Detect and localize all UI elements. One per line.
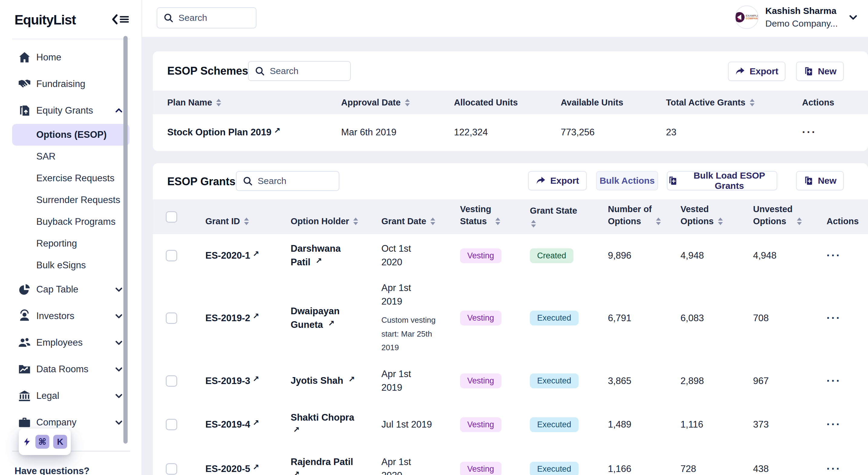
global-search-input[interactable] [179, 13, 250, 23]
select-all-checkbox[interactable] [166, 211, 177, 223]
plan-name-cell[interactable]: Stock Option Plan 2019 ↗ [167, 114, 341, 150]
vesting-status-badge: Vesting [460, 417, 501, 432]
grant-id-cell[interactable]: ES-2019-4 ↗ [205, 403, 291, 446]
table-row: ES-2020-5 ↗ Rajendra Patil ↗ Apr 1st 202… [153, 446, 868, 475]
option-holder-cell[interactable]: Shakti Chopra ↗ [291, 403, 381, 446]
schemes-search [248, 61, 351, 81]
user-menu[interactable]: EXAMPLE COMPANY Kashish Sharma Demo Comp… [735, 5, 858, 29]
schemes-search-input[interactable] [270, 66, 344, 76]
grants-search-input[interactable] [258, 176, 333, 186]
sidebar-item-buyback-programs[interactable]: Buyback Programs [0, 211, 136, 233]
search-icon [255, 66, 265, 76]
schemes-new-button[interactable]: New [796, 62, 844, 81]
column-header-grant-state[interactable]: Grant State [530, 199, 608, 234]
row-actions-button[interactable]: ··· [827, 403, 866, 446]
sidebar-item-surrender-requests[interactable]: Surrender Requests [0, 189, 136, 211]
vesting-status-badge: Vesting [460, 248, 501, 263]
grant-id-cell[interactable]: ES-2020-1 ↗ [205, 234, 291, 277]
button-label: New [818, 175, 837, 186]
table-row: ES-2019-3 ↗ Jyotis Shah ↗ Apr 1st 2019 V… [153, 359, 868, 403]
option-holder-cell[interactable]: Rajendra Patil ↗ [291, 446, 381, 475]
chevron-down-icon [848, 12, 858, 22]
column-header-grant-id[interactable]: Grant ID [205, 199, 291, 234]
column-header-option-holder[interactable]: Option Holder [291, 199, 381, 234]
investor-icon [18, 309, 31, 323]
have-questions-link[interactable]: Have questions? [14, 466, 90, 475]
hamburger-icon [119, 14, 129, 26]
sidebar-item-legal[interactable]: Legal [0, 382, 136, 409]
row-checkbox[interactable] [166, 312, 177, 324]
sidebar-collapse-button[interactable] [111, 14, 129, 26]
sidebar-nav: Home Fundraising Equity Grants Options (… [0, 44, 136, 436]
sidebar-item-exercise-requests[interactable]: Exercise Requests [0, 167, 136, 189]
sidebar-item-bulk-esigns[interactable]: Bulk eSigns [0, 255, 136, 276]
sidebar-item-reporting[interactable]: Reporting [0, 233, 136, 255]
sidebar-item-options-esop[interactable]: Options (ESOP) [12, 124, 129, 146]
column-header-grant-date[interactable]: Grant Date [381, 199, 460, 234]
schemes-export-button[interactable]: Export [728, 62, 785, 81]
unvested-options-cell: 967 [753, 359, 827, 403]
option-holder-cell[interactable]: Dwaipayan Guneta ↗ [291, 277, 381, 359]
number-of-options-cell: 3,865 [608, 359, 681, 403]
row-checkbox[interactable] [166, 250, 177, 261]
grants-export-button[interactable]: Export [528, 171, 587, 190]
external-link-icon: ↗ [274, 126, 281, 135]
column-header-unvested-options[interactable]: Unvested Options [753, 199, 827, 234]
unvested-options-cell: 4,948 [753, 234, 827, 277]
grant-id-cell[interactable]: ES-2020-5 ↗ [205, 446, 291, 475]
option-holder-cell[interactable]: Jyotis Shah ↗ [291, 359, 381, 403]
sidebar-item-label: Legal [36, 391, 59, 401]
cmd-key: ⌘ [35, 435, 49, 449]
row-actions-button[interactable]: ··· [827, 234, 866, 277]
grants-new-button[interactable]: New [796, 171, 844, 190]
vested-options-cell: 2,898 [681, 359, 753, 403]
number-of-options-cell: 6,791 [608, 277, 681, 359]
row-checkbox[interactable] [166, 375, 177, 387]
sidebar-item-sar[interactable]: SAR [0, 146, 136, 167]
sidebar-item-fundraising[interactable]: Fundraising [0, 71, 136, 97]
sidebar-item-home[interactable]: Home [0, 44, 136, 71]
total-active-grants-cell: 23 [666, 114, 802, 150]
esop-grants-card: ESOP Grants Export Bulk Actions Bulk Loa… [153, 163, 868, 475]
sidebar-scrollbar[interactable] [123, 36, 128, 444]
external-link-icon: ↗ [252, 418, 259, 428]
sidebar-item-investors[interactable]: Investors [0, 303, 136, 329]
shortcut-hint: ⌘ K [19, 429, 71, 455]
sidebar-item-label: Reporting [36, 238, 77, 249]
column-header-approval-date[interactable]: Approval Date [341, 91, 454, 114]
app-logo: EquityList [14, 12, 76, 28]
column-header-total-active-grants[interactable]: Total Active Grants [666, 91, 802, 114]
user-name: Kashish Sharma [765, 6, 838, 16]
row-checkbox[interactable] [166, 419, 177, 430]
grant-id-cell[interactable]: ES-2019-3 ↗ [205, 359, 291, 403]
row-actions-button[interactable]: ··· [827, 359, 866, 403]
sidebar-item-label: Equity Grants [36, 105, 93, 116]
row-checkbox[interactable] [166, 463, 177, 475]
lightning-bolt-icon [22, 436, 31, 447]
divider [12, 39, 130, 39]
esop-schemes-title: ESOP Schemes [167, 65, 248, 77]
bulk-actions-button[interactable]: Bulk Actions [596, 171, 658, 190]
column-header-number-of-options[interactable]: Number of Options [608, 199, 681, 234]
column-header-plan-name[interactable]: Plan Name [167, 91, 341, 114]
table-row: ES-2019-4 ↗ Shakti Chopra ↗ Jul 1st 2019… [153, 403, 868, 446]
grant-state-badge: Executed [530, 417, 579, 432]
external-link-icon: ↗ [293, 470, 300, 475]
number-of-options-cell: 9,896 [608, 234, 681, 277]
row-actions-button[interactable]: ··· [827, 277, 866, 359]
button-label: Bulk Actions [599, 175, 654, 186]
grant-date-cell: Apr 1st 2020 [381, 446, 460, 475]
grant-id-cell[interactable]: ES-2019-2 ↗ [205, 277, 291, 359]
grants-search [236, 171, 339, 191]
sidebar-item-employees[interactable]: Employees [0, 329, 136, 356]
row-actions-button[interactable]: ··· [802, 114, 863, 150]
row-actions-button[interactable]: ··· [827, 446, 866, 475]
sidebar-item-data-rooms[interactable]: Data Rooms [0, 356, 136, 382]
sidebar-item-cap-table[interactable]: Cap Table [0, 276, 136, 303]
column-header-vested-options[interactable]: Vested Options [681, 199, 753, 234]
bulk-load-esop-grants-button[interactable]: Bulk Load ESOP Grants [667, 171, 777, 190]
sort-icon [353, 217, 358, 225]
sidebar-item-equity-grants[interactable]: Equity Grants [0, 97, 136, 124]
option-holder-cell[interactable]: Darshwana Patil ↗ [291, 234, 381, 277]
column-header-vesting-status[interactable]: Vesting Status [460, 199, 530, 234]
